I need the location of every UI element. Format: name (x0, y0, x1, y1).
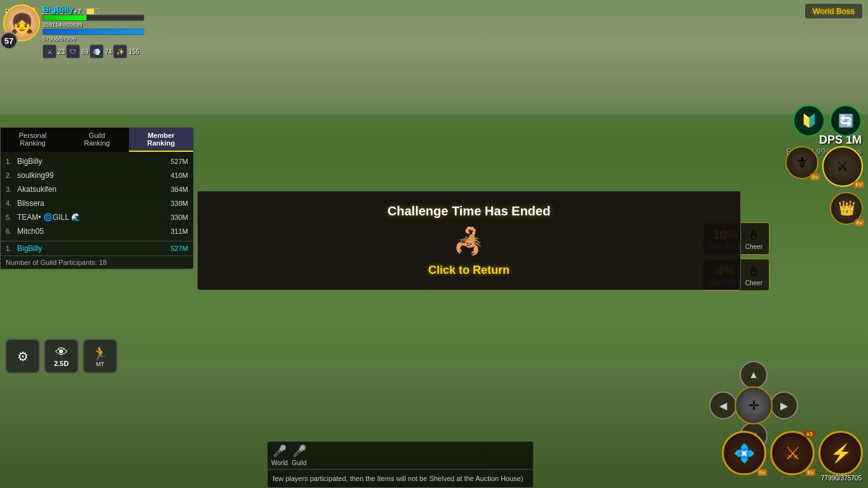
move-icon: ✛ (749, 398, 759, 413)
ranking-list: 1. BigBilly 527M 2. soulking99 410M 3. A… (1, 152, 193, 241)
progress-text: 77990/375705 (821, 475, 862, 482)
table-row: 5. TEAM• 🌀GILL 🌊 330M (1, 210, 193, 224)
challenge-monster-icon: 🦂 (453, 226, 485, 256)
mp-text: 57906/57906 (43, 36, 144, 42)
chat-tabs: 🎤 World 🎤 Guild (268, 442, 533, 469)
my-rank-score: 527M (170, 245, 188, 252)
member-ranking-label: MemberRanking (147, 132, 175, 147)
rank-score: 311M (170, 227, 188, 235)
table-row: 4. Blissera 338M (1, 196, 193, 210)
guild-chat-icon: 🎤 (292, 444, 306, 458)
world-chat-label: World (271, 459, 288, 466)
mp-bar (43, 29, 144, 34)
rank-name: Mitch05 (17, 227, 170, 236)
buff-icons: ⚔ 23 🛡 69 💨 74 ✨ 156 (43, 44, 144, 58)
special-skill-icon-2: ⚔ (785, 443, 801, 464)
dpad-right-button[interactable]: ▶ (770, 391, 798, 419)
cheer-button-1[interactable]: 🕯 Cheer (745, 227, 763, 250)
rank-num: 3. (6, 186, 17, 193)
settings-button[interactable]: ⚙ (5, 339, 40, 374)
guild-ranking-label: GuildRanking (84, 132, 109, 147)
cheer-icon-1: 🕯 (747, 227, 761, 243)
hp-bar-container (43, 15, 144, 21)
skill-button-ev2[interactable]: 👑 Ev (830, 192, 863, 225)
skill-icon-ev2: 👑 (838, 200, 855, 217)
rank-name: Akatsukifen (17, 185, 170, 194)
chat-tab-guild[interactable]: 🎤 Guild (292, 444, 306, 466)
rank-num: 5. (6, 214, 17, 221)
hp-bar (43, 15, 86, 20)
rank-score: 384M (170, 186, 188, 193)
ranking-tabs: PersonalRanking GuildRanking MemberRanki… (1, 128, 193, 152)
hp-text: 259114/600639 (43, 22, 144, 28)
dpad-up-button[interactable]: ▲ (740, 361, 768, 389)
chat-tab-world[interactable]: 🎤 World (271, 444, 288, 466)
buff-value-3: 74 (105, 48, 112, 55)
refresh-icon: 🔄 (838, 113, 854, 128)
avatar-face: 👧 (10, 12, 34, 34)
special-skill-icon-3: ⚡ (830, 443, 852, 464)
rank-name: soulking99 (17, 171, 170, 180)
table-row: 3. Akatsukifen 384M (1, 182, 193, 196)
guild-icon: 🔰 (801, 113, 817, 128)
table-row: 6. Mitch05 311M (1, 224, 193, 238)
top-right-skills: 🔰 🔄 (793, 105, 862, 137)
green-skill-1-button[interactable]: 🔰 (793, 105, 825, 137)
view-mode-button[interactable]: 👁 2.5D (44, 339, 79, 374)
rank-score: 527M (170, 158, 188, 165)
my-rank-num: 1. (6, 245, 17, 252)
guild-participants-footer: Number of Guild Participants: 18 (1, 255, 193, 269)
skill-button-ev1[interactable]: 🗡 Ev (785, 146, 818, 179)
ranking-panel: PersonalRanking GuildRanking MemberRanki… (0, 127, 194, 269)
challenge-overlay[interactable]: Challenge Time Has Ended 🦂 Click to Retu… (197, 191, 741, 290)
special-skill-3-button[interactable]: ⚡ (818, 431, 863, 475)
special-skill-2-button[interactable]: ⚔ x3 Ev (770, 431, 815, 475)
guild-participants-count: 18 (99, 259, 107, 266)
rank-score: 330M (170, 214, 188, 221)
auto-mode-button[interactable]: 🏃 MT (83, 339, 118, 374)
rank-name: BigBilly (17, 157, 170, 166)
special-skill-1-button[interactable]: 💠 Ev (722, 431, 766, 475)
rank-name: Blissera (17, 199, 170, 208)
right-skill-panel: 🗡 Ev ⚔ EV 👑 Ev (785, 146, 863, 225)
tab-guild-ranking[interactable]: GuildRanking (65, 128, 129, 152)
bottom-left-controls: ⚙ 👁 2.5D 🏃 MT (5, 339, 118, 374)
buff-icon-2: 🛡 (66, 44, 80, 58)
skill-button-main[interactable]: ⚔ EV (822, 146, 863, 187)
skill-row-2: 👑 Ev (785, 192, 863, 225)
cheer-label-1: Cheer (745, 243, 763, 250)
buff-icon-4: ✨ (113, 44, 127, 58)
table-row: 1. BigBilly 527M (1, 154, 193, 168)
rank-name: TEAM• 🌀GILL 🌊 (17, 213, 170, 222)
buff-icon-1: ⚔ (43, 44, 57, 58)
guild-chat-label: Guild (292, 459, 306, 466)
buff-value-2: 69 (81, 48, 88, 55)
dpad-left-button[interactable]: ◀ (709, 391, 737, 419)
world-boss-button[interactable]: World Boss (804, 3, 863, 19)
tab-member-ranking[interactable]: MemberRanking (129, 128, 193, 152)
rank-num: 4. (6, 200, 17, 207)
green-skill-2-button[interactable]: 🔄 (830, 105, 862, 137)
special-ev-label-2: Ev (806, 469, 815, 476)
chat-message: few players participated, then the Items… (268, 469, 533, 488)
ev-label-1: Ev (810, 173, 820, 180)
challenge-return-button[interactable]: Click to Return (428, 264, 510, 277)
special-x3-label: x3 (804, 430, 815, 438)
cheer-button-2[interactable]: 🕯 Cheer (745, 263, 763, 287)
my-rank-name: BigBilly (17, 244, 170, 253)
player-name: BigBilly (43, 4, 144, 14)
view-label: 2.5D (54, 360, 69, 367)
special-ev-label-1: Ev (757, 469, 767, 476)
mp-bar-container (43, 29, 144, 35)
run-icon: 🏃 (92, 346, 108, 361)
skill-icon-ev1: 🗡 (795, 154, 809, 171)
ev-label-main: EV (853, 181, 864, 188)
cheer-label-2: Cheer (745, 280, 763, 287)
rank-score: 338M (170, 200, 188, 207)
dpad-center-button[interactable]: ✛ (735, 386, 773, 424)
rank-num: 6. (6, 227, 17, 235)
special-skill-icon-1: 💠 (733, 443, 756, 464)
ev-label-2: Ev (855, 219, 864, 226)
player-stats: BigBilly 259114/600639 57906/57906 ⚔ 23 … (43, 4, 144, 58)
tab-personal-ranking[interactable]: PersonalRanking (1, 128, 65, 152)
